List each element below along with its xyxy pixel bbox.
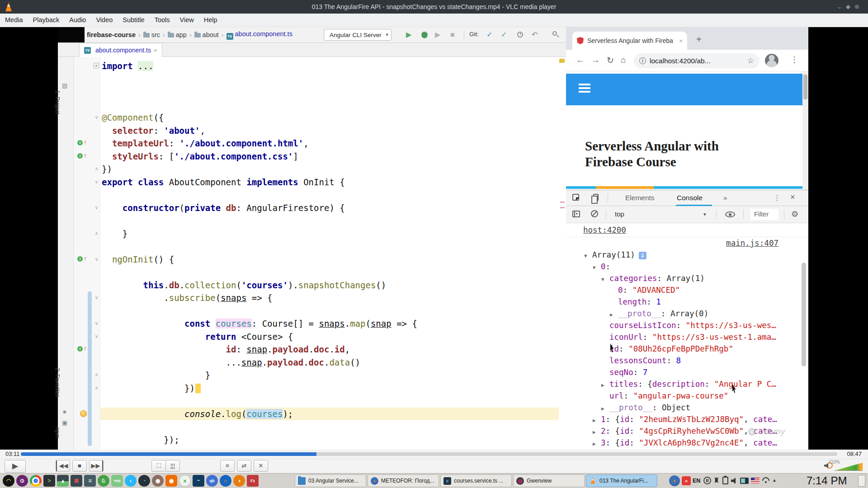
- menu-view[interactable]: View: [175, 14, 199, 27]
- bookmark-star-icon[interactable]: ☆: [747, 56, 754, 66]
- expand-arrow-icon[interactable]: ▶: [593, 427, 601, 437]
- next-button[interactable]: ▶▶: [89, 460, 104, 472]
- fold-marker[interactable]: ∨: [94, 295, 99, 300]
- expand-arrow-icon[interactable]: ▶: [593, 438, 601, 449]
- expand-arrow-icon[interactable]: ▶: [601, 403, 609, 413]
- back-icon[interactable]: ←: [576, 55, 585, 65]
- forward-icon[interactable]: →: [591, 55, 600, 65]
- tray-clip-icon[interactable]: [722, 477, 728, 484]
- chrome-menu-icon[interactable]: ⋮: [790, 55, 798, 65]
- launcher-shotwell-icon[interactable]: [57, 475, 69, 487]
- fold-marker[interactable]: ∨: [94, 114, 99, 120]
- launcher-chrome-icon[interactable]: [30, 475, 42, 487]
- fold-marker[interactable]: ∧: [94, 230, 99, 236]
- tray-red-icon[interactable]: »: [682, 476, 691, 485]
- history-icon[interactable]: [517, 32, 523, 38]
- tray-pause-icon[interactable]: [703, 477, 711, 484]
- fold-marker[interactable]: ∨: [94, 205, 99, 211]
- taskbar-window-2[interactable]: METEOFOR: Погод...: [368, 474, 439, 487]
- show-desktop-button[interactable]: [858, 475, 865, 487]
- chrome-tab[interactable]: Serverless Angular with Fireba ×: [572, 32, 687, 50]
- shuffle-button[interactable]: ✕: [254, 460, 268, 472]
- tray-wifi-icon[interactable]: [762, 477, 770, 483]
- tray-screen-icon[interactable]: [740, 478, 749, 484]
- expand-arrow-icon[interactable]: ▶: [601, 380, 609, 390]
- taskbar-window-4[interactable]: Gwenview: [513, 474, 585, 487]
- menu-subtitle[interactable]: Subtitle: [118, 14, 149, 27]
- launcher-fz-icon[interactable]: [247, 475, 259, 487]
- fold-marker[interactable]: ∧: [94, 385, 99, 391]
- expand-arrow-icon[interactable]: ▼: [584, 250, 592, 261]
- fold-marker[interactable]: ∧: [94, 166, 99, 172]
- taskbar-window-5[interactable]: 013 The AngularFi...: [586, 474, 657, 487]
- devtools-menu-icon[interactable]: ⋮: [774, 194, 781, 202]
- tool-window-button-npm[interactable]: npm: [54, 427, 61, 438]
- reload-icon[interactable]: ↻: [607, 55, 614, 66]
- run-button[interactable]: ▶: [406, 31, 411, 39]
- tool-window-button-2-favorites[interactable]: 2: Favorites: [54, 368, 61, 397]
- run-coverage-button[interactable]: ▶: [435, 31, 440, 39]
- info-badge-icon[interactable]: i: [639, 252, 646, 259]
- launcher-term-icon[interactable]: [43, 475, 55, 487]
- seek-bar[interactable]: [21, 452, 837, 456]
- stop-button[interactable]: ■: [72, 460, 87, 472]
- loop-button[interactable]: ⇄: [237, 460, 251, 472]
- play-button[interactable]: ▶: [5, 460, 26, 473]
- search-icon[interactable]: [552, 31, 557, 36]
- url-field[interactable]: i localhost:4200/ab... ☆: [634, 53, 760, 68]
- console-scrollbar-thumb[interactable]: [802, 263, 806, 366]
- expand-arrow-icon[interactable]: ▼: [601, 274, 609, 284]
- launcher-settings-icon[interactable]: [84, 475, 96, 487]
- menu-playback[interactable]: Playback: [28, 14, 65, 27]
- settings-gear-icon[interactable]: ⚙: [791, 209, 798, 219]
- context-caret-icon[interactable]: ▼: [703, 212, 707, 217]
- expand-arrow-icon[interactable]: ▶: [593, 415, 601, 425]
- new-tab-button[interactable]: +: [696, 34, 702, 45]
- intention-bulb-icon[interactable]: [80, 410, 87, 417]
- breadcrumb-item-src[interactable]: src: [143, 31, 160, 39]
- page-scrollbar-thumb[interactable]: [803, 75, 807, 99]
- launcher-remmina-icon[interactable]: [179, 475, 191, 487]
- expand-arrow-icon[interactable]: ▼: [593, 262, 601, 272]
- console-output[interactable]: host:4200 main.js:407 ▼Array(11)i▼0: ▼ca…: [566, 223, 808, 450]
- tool-window-button-1-project[interactable]: 1: Project: [54, 90, 61, 114]
- tray-en-icon[interactable]: EN: [693, 478, 700, 484]
- fullscreen-button[interactable]: ⛶: [151, 460, 166, 472]
- window-controls[interactable]: ⌄◆⊗: [837, 0, 863, 14]
- expand-arrow-icon[interactable]: ▶: [610, 309, 618, 319]
- video-area[interactable]: firebase-course›src›app›about›TSabout.co…: [0, 27, 868, 450]
- launcher-nqq-icon[interactable]: [111, 475, 123, 487]
- menu-video[interactable]: Video: [91, 14, 118, 27]
- url-text[interactable]: localhost:4200/ab...: [650, 57, 744, 65]
- menu-media[interactable]: Media: [0, 14, 28, 27]
- tab-close-icon[interactable]: ×: [154, 47, 157, 54]
- window-control-icon-0[interactable]: ⌄: [837, 3, 846, 10]
- previous-button[interactable]: ◀◀: [56, 460, 70, 472]
- playlist-button[interactable]: ≡: [220, 460, 235, 472]
- source-link[interactable]: main.js:407: [726, 239, 778, 248]
- breadcrumb-item-app[interactable]: app: [168, 31, 187, 39]
- page-info-icon[interactable]: i: [639, 57, 646, 64]
- console-sidebar-icon[interactable]: [572, 211, 580, 217]
- breadcrumb-item-firebase-course[interactable]: firebase-course: [87, 31, 136, 39]
- git-update-button[interactable]: ✓: [486, 31, 492, 39]
- tab-close-icon[interactable]: ×: [679, 38, 683, 44]
- launcher-gimp-icon[interactable]: [152, 475, 164, 487]
- launcher-opensuse-icon[interactable]: [3, 475, 14, 487]
- launcher-bird-icon[interactable]: [125, 475, 137, 487]
- stop-button[interactable]: ■: [450, 31, 455, 39]
- breadcrumb-item-about[interactable]: about: [194, 31, 219, 39]
- git-commit-button[interactable]: ✓: [501, 31, 507, 39]
- debug-button[interactable]: [421, 32, 428, 38]
- tray-speaker-icon[interactable]: [731, 478, 737, 484]
- more-tabs-icon[interactable]: »: [723, 194, 727, 202]
- fold-marker[interactable]: ∨: [94, 256, 99, 262]
- taskbar-window-3[interactable]: courses.service.ts ...: [440, 474, 512, 487]
- undo-icon[interactable]: ↶: [532, 31, 538, 39]
- fold-marker[interactable]: ∨: [94, 179, 99, 185]
- menu-tools[interactable]: Tools: [150, 14, 175, 27]
- fold-marker[interactable]: ∧: [94, 372, 99, 378]
- context-selector[interactable]: top: [615, 210, 624, 218]
- menu-help[interactable]: Help: [199, 14, 222, 27]
- tray-rook-icon[interactable]: ♜: [713, 476, 719, 484]
